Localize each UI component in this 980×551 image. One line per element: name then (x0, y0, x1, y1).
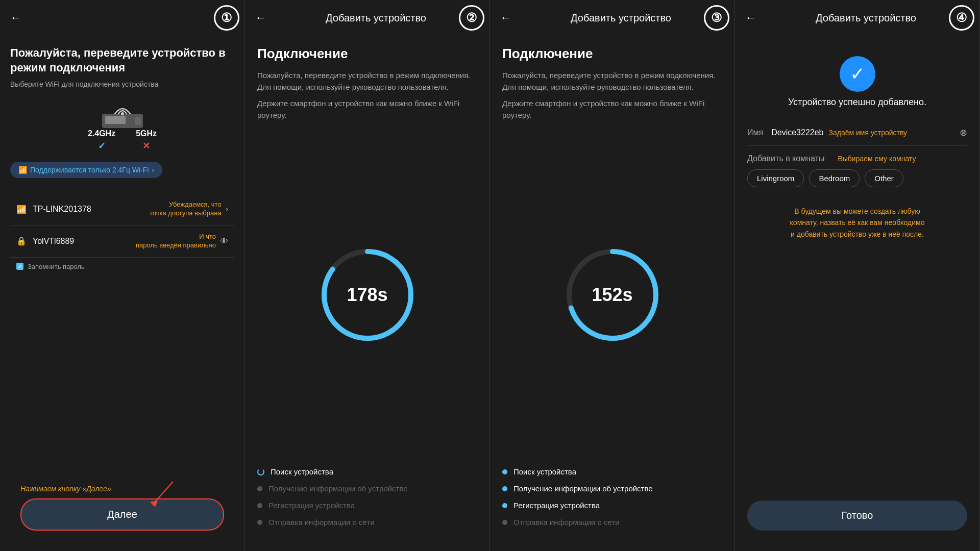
step-text-3-2: Регистрация устройства (513, 501, 600, 510)
password-value: YolVTl6889 (33, 237, 136, 246)
room-section: Добавить в комнаты Выбираем ему комнату … (747, 154, 967, 187)
step-indicator-2: ② (459, 5, 484, 31)
step-indicator-1: ① (214, 5, 239, 31)
lock-icon: 🔒 (16, 236, 27, 246)
next-annotation: Нажимаем кнопку «Далее» (20, 485, 111, 493)
step-indicator-3: ③ (704, 5, 729, 31)
wifi-only-label: Поддерживается только 2.4Гц Wi-Fi (30, 166, 149, 174)
screen1-subtitle: Выберите WiFi для подключения устройства (10, 80, 234, 88)
step-item-2-2: Регистрация устройства (257, 497, 477, 514)
step-text-2-1: Получение информации об устройстве (268, 484, 408, 493)
screen2-body: Подключение Пожалуйста, переведите устро… (245, 36, 489, 551)
screen4-title: Добавить устройство (763, 12, 969, 24)
success-text: Устройство успешно добавлено. (747, 97, 967, 108)
password-row: 🔒 YolVTl6889 И чтопароль введён правильн… (10, 226, 234, 258)
success-icon-area: ✓ (747, 56, 967, 92)
step-item-3-0: Поиск устройства (502, 463, 722, 480)
step-indicator-4: ④ (949, 5, 974, 31)
screen4-body: ✓ Устройство успешно добавлено. Имя Devi… (735, 36, 979, 551)
back-button-3[interactable]: ← (500, 11, 511, 24)
step-dot-3-1 (502, 486, 507, 491)
room-chips: Livingroom Bedroom Other (747, 169, 967, 187)
screen1-body: Пожалуйста, переведите устройство в режи… (0, 36, 244, 551)
screen2-header: ← Добавить устройство ② (245, 0, 489, 36)
screen3-title: Добавить устройство (518, 12, 724, 24)
timer-text-2: 178s (347, 284, 387, 306)
name-close-icon[interactable]: ⊗ (960, 127, 967, 138)
room-chip-livingroom[interactable]: Livingroom (747, 169, 804, 187)
future-note: В будущем вы можете создать любуюкомнату… (747, 206, 967, 240)
freq-24-check: ✓ (98, 140, 106, 152)
password-annotation: И чтопароль введён правильно (136, 233, 216, 250)
step-dot-2-1 (257, 486, 262, 491)
wifi-arcs (110, 98, 135, 121)
step-item-2-1: Получение информации об устройстве (257, 480, 477, 497)
freq-5-label: 5GHz (136, 129, 157, 138)
screen1-title: Пожалуйста, переведите устройство в режи… (10, 46, 234, 75)
steps-list-2: Поиск устройства Получение информации об… (257, 463, 477, 541)
connection-desc2-3: Держите смартфон и устройство как можно … (502, 98, 722, 121)
connection-title-3: Подключение (502, 46, 722, 62)
timer-wrapper-2: 178s (316, 244, 419, 346)
screen-1: ← ① Пожалуйста, переведите устройство в … (0, 0, 245, 551)
step-dot-3-3 (502, 520, 507, 525)
remember-label: Запомнить пароль (28, 263, 85, 270)
room-annotation: Выбираем ему комнату (838, 155, 916, 163)
freq-row: 2.4GHz ✓ 5GHz ✕ (88, 129, 157, 152)
screen-4: ← Добавить устройство ④ ✓ Устройство усп… (735, 0, 980, 551)
done-button[interactable]: Готово (747, 500, 967, 531)
timer-circle-area-2: 178s (257, 141, 477, 448)
screen2-title: Добавить устройство (273, 12, 479, 24)
step-text-3-1: Получение информации об устройстве (513, 484, 653, 493)
room-chip-other[interactable]: Other (865, 169, 903, 187)
success-checkmark: ✓ (850, 63, 865, 85)
timer-wrapper-3: 152s (561, 244, 664, 346)
step-item-2-0: Поиск устройства (257, 463, 477, 480)
step-dot-3-0 (502, 469, 507, 474)
screen4-header: ← Добавить устройство ④ (735, 0, 979, 36)
connection-title-2: Подключение (257, 46, 477, 62)
back-button-1[interactable]: ← (10, 11, 21, 24)
wifi-network-name: TP-LINK201378 (33, 205, 150, 214)
timer-text-3: 152s (592, 284, 632, 306)
freq-24-label: 2.4GHz (88, 129, 115, 138)
name-field-label: Имя (747, 128, 763, 137)
step-text-2-0: Поиск устройства (271, 467, 333, 476)
back-button-4[interactable]: ← (745, 11, 756, 24)
step-text-2-2: Регистрация устройства (268, 501, 355, 510)
freq-5: 5GHz ✕ (136, 129, 157, 152)
steps-list-3: Поиск устройства Получение информации об… (502, 463, 722, 541)
screen1-header: ← ① (0, 0, 244, 36)
wifi-icon-area: 2.4GHz ✓ 5GHz ✕ (10, 98, 234, 152)
success-circle: ✓ (840, 56, 875, 92)
wifi-row-arrow: › (226, 205, 228, 214)
step-loading-icon (257, 468, 264, 475)
step-text-3-3: Отправка информации о сети (513, 518, 620, 527)
freq-5-cross: ✕ (142, 140, 150, 152)
device-name-value: Device3222eb (771, 128, 823, 137)
step-dot-2-3 (257, 520, 262, 525)
router-icon (102, 98, 143, 124)
remember-row: ✓ Запомнить пароль (10, 258, 234, 276)
wifi-only-button[interactable]: 📶 Поддерживается только 2.4Гц Wi-Fi › (10, 162, 162, 178)
step-dot-2-2 (257, 503, 262, 508)
wifi-network-row[interactable]: 📶 TP-LINK201378 Убеждаемся, чтоточка дос… (10, 193, 234, 226)
step-item-2-3: Отправка информации о сети (257, 514, 477, 531)
room-label-row: Добавить в комнаты Выбираем ему комнату (747, 154, 967, 163)
svg-point-0 (121, 112, 124, 115)
next-btn-area: Нажимаем кнопку «Далее» Далее (10, 474, 234, 541)
room-field-label: Добавить в комнаты (747, 154, 824, 163)
connection-desc1-2: Пожалуйста, переведите устройство в режи… (257, 70, 477, 93)
screen3-header: ← Добавить устройство ③ (490, 0, 734, 36)
room-chip-bedroom[interactable]: Bedroom (809, 169, 860, 187)
step-dot-3-2 (502, 503, 507, 508)
wifi-annotation: Убеждаемся, чтоточка доступа выбрана (150, 201, 222, 218)
step-item-3-1: Получение информации об устройстве (502, 480, 722, 497)
back-button-2[interactable]: ← (255, 11, 266, 24)
eye-icon[interactable]: 👁 (220, 237, 228, 246)
screen3-body: Подключение Пожалуйста, переведите устро… (490, 36, 734, 551)
wifi-signal-icon: 📶 (16, 205, 27, 214)
connection-desc2-2: Держите смартфон и устройство как можно … (257, 98, 477, 121)
screen-2: ← Добавить устройство ② Подключение Пожа… (245, 0, 490, 551)
remember-checkbox[interactable]: ✓ (16, 263, 23, 270)
